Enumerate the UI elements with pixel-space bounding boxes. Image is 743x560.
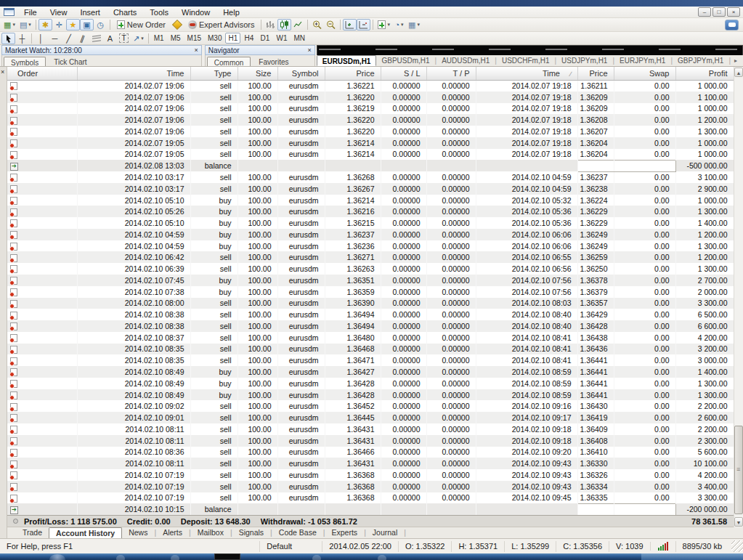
- navigator-toggle[interactable]: ★: [66, 19, 80, 31]
- close-icon[interactable]: ×: [1, 68, 4, 76]
- terminal-tab-experts[interactable]: Experts: [325, 527, 365, 538]
- menu-window[interactable]: Window: [175, 7, 216, 18]
- trendline-button[interactable]: ╱: [62, 33, 76, 44]
- table-row[interactable]: 2014.02.10 08:35sell100.00eurusdm1.36471…: [7, 354, 734, 366]
- table-row[interactable]: 2014.02.10 07:19sell100.00eurusdm1.36368…: [7, 469, 734, 481]
- column-header-order[interactable]: Order: [7, 67, 77, 80]
- column-header-size[interactable]: Size: [237, 67, 277, 80]
- column-header-swap[interactable]: Swap: [614, 67, 675, 80]
- windows-taskbar[interactable]: [0, 553, 743, 560]
- terminal-tab-signals[interactable]: Signals: [232, 527, 270, 538]
- timeframe-w1[interactable]: W1: [273, 33, 290, 44]
- terminal-toggle[interactable]: ▣: [80, 19, 94, 31]
- text-button[interactable]: A: [103, 33, 117, 44]
- timeframe-h1[interactable]: H1: [225, 33, 240, 44]
- chart-tab-eurjpym[interactable]: EURJPYm,H1: [614, 55, 670, 66]
- templates-button[interactable]: ▦▾: [406, 19, 422, 31]
- line-chart-button[interactable]: [291, 19, 305, 31]
- new-chart-button[interactable]: ▦▾: [1, 19, 17, 31]
- profiles-button[interactable]: ▤▾: [17, 19, 33, 31]
- data-window-button[interactable]: ✛: [52, 19, 66, 31]
- table-row[interactable]: 2014.02.10 03:17sell100.00eurusdm1.36268…: [7, 171, 734, 183]
- timeframe-m1[interactable]: M1: [151, 33, 167, 44]
- periods-button[interactable]: ◔▾: [392, 19, 406, 31]
- candlestick-button[interactable]: [277, 19, 291, 31]
- table-row[interactable]: 2014.02.07 19:06sell100.00eurusdm1.36221…: [7, 80, 734, 92]
- timeframe-mn[interactable]: MN: [291, 33, 308, 44]
- menu-help[interactable]: Help: [216, 7, 246, 18]
- table-row[interactable]: 2014.02.10 09:02sell100.00eurusdm1.36452…: [7, 400, 734, 412]
- column-header-symbol[interactable]: Symbol: [277, 67, 325, 80]
- indicators-button[interactable]: ▾: [375, 19, 392, 31]
- table-row[interactable]: 2014.02.10 08:37sell100.00eurusdm1.36480…: [7, 332, 734, 344]
- table-row[interactable]: 2014.02.10 08:11sell100.00eurusdm1.36431…: [7, 435, 734, 447]
- table-row[interactable]: 2014.02.10 08:11sell100.00eurusdm1.36431…: [7, 458, 734, 469]
- taskbar-item[interactable]: [171, 555, 179, 560]
- table-row[interactable]: 2014.02.10 07:19sell100.00eurusdm1.36368…: [7, 492, 734, 504]
- taskbar-tray[interactable]: [641, 553, 743, 560]
- chart-tab-eurusdm[interactable]: EURUSDm,H1: [317, 55, 377, 66]
- scroll-down-icon[interactable]: ▼: [734, 517, 743, 527]
- table-row[interactable]: 2014.02.10 08:49buy100.00eurusdm1.364270…: [7, 366, 734, 378]
- start-orb-icon[interactable]: [49, 554, 65, 560]
- chart-tab-audusdm[interactable]: AUDUSDm,H1: [437, 55, 495, 66]
- table-row[interactable]: 2014.02.10 07:45buy100.00eurusdm1.363510…: [7, 275, 734, 286]
- community-button[interactable]: [725, 20, 739, 31]
- menu-tools[interactable]: Tools: [143, 7, 175, 18]
- arrows-button[interactable]: ↗▾: [131, 33, 146, 44]
- close-icon[interactable]: ×: [195, 46, 198, 54]
- autoscroll-toggle[interactable]: [343, 19, 357, 31]
- expert-advisors-button[interactable]: Expert Advisors: [184, 19, 259, 31]
- horizontal-line-button[interactable]: ─: [48, 33, 62, 44]
- column-header-profit[interactable]: Profit: [675, 67, 734, 80]
- column-header-price[interactable]: Price: [325, 67, 381, 80]
- minimize-button[interactable]: –: [698, 7, 711, 17]
- table-row[interactable]: 2014.02.07 19:05sell100.00eurusdm1.36214…: [7, 149, 734, 161]
- menu-file[interactable]: File: [17, 7, 44, 18]
- market-watch-tab-tick-chart[interactable]: Tick Chart: [47, 57, 93, 66]
- status-profile[interactable]: Default: [259, 541, 322, 552]
- table-row[interactable]: 2014.02.10 04:59buy100.00eurusdm1.362370…: [7, 229, 734, 240]
- restore-button[interactable]: □: [712, 7, 726, 17]
- table-row[interactable]: 2014.02.10 08:00sell100.00eurusdm1.36390…: [7, 298, 734, 309]
- table-row[interactable]: 2014.02.10 06:42sell100.00eurusdm1.36271…: [7, 251, 734, 263]
- taskbar-item[interactable]: [116, 555, 125, 560]
- market-watch-header[interactable]: Market Watch: 10:28:00 ×: [1, 45, 202, 55]
- close-button[interactable]: ×: [727, 7, 740, 17]
- navigator-tab-favorites[interactable]: Favorites: [252, 57, 295, 66]
- timeframe-h4[interactable]: H4: [241, 33, 256, 44]
- scroll-up-icon[interactable]: ▲: [734, 68, 743, 77]
- terminal-tab-code-base[interactable]: Code Base: [272, 527, 323, 538]
- channel-button[interactable]: ∥: [76, 33, 89, 44]
- navigator-tab-common[interactable]: Common: [207, 57, 251, 66]
- column-header-time[interactable]: Time: [77, 67, 190, 80]
- table-row[interactable]: 2014.02.07 19:06sell100.00eurusdm1.36220…: [7, 92, 734, 103]
- table-row[interactable]: 2014.02.10 08:35sell100.00eurusdm1.36468…: [7, 344, 734, 355]
- chart-shift-toggle[interactable]: [357, 19, 370, 31]
- zoom-out-button[interactable]: [324, 19, 338, 31]
- metaeditor-button[interactable]: [170, 19, 184, 31]
- timeframe-m15[interactable]: M15: [184, 33, 204, 44]
- vertical-line-button[interactable]: │: [34, 33, 48, 44]
- taskbar-item[interactable]: [312, 555, 321, 560]
- close-icon[interactable]: ×: [307, 46, 311, 54]
- table-row[interactable]: 2014.02.07 19:05sell100.00eurusdm1.36214…: [7, 137, 734, 149]
- taskbar-active-item[interactable]: [214, 553, 240, 560]
- table-row[interactable]: 2014.02.08 13:03balance-500 000.00: [7, 160, 734, 171]
- menu-view[interactable]: View: [44, 7, 74, 18]
- menu-charts[interactable]: Charts: [107, 7, 143, 18]
- table-row[interactable]: 2014.02.07 19:06sell100.00eurusdm1.36220…: [7, 126, 734, 137]
- cursor-button[interactable]: [1, 33, 15, 44]
- column-header-type[interactable]: Type: [190, 67, 237, 80]
- chart-tab-usdchfm[interactable]: USDCHFm,H1: [497, 55, 555, 66]
- fibonacci-button[interactable]: [89, 33, 103, 44]
- terminal-tab-trade[interactable]: Trade: [16, 527, 49, 538]
- chart-tab-usdjpym[interactable]: USDJPYm,H1: [556, 55, 612, 66]
- table-row[interactable]: 2014.02.10 08:36sell100.00eurusdm1.36466…: [7, 447, 734, 458]
- table-row[interactable]: 2014.02.10 08:49buy100.00eurusdm1.364280…: [7, 378, 734, 389]
- menu-insert[interactable]: Insert: [73, 7, 107, 18]
- bar-chart-button[interactable]: [264, 19, 277, 31]
- chart-tab-gbpjpym[interactable]: GBPJPYm,H1: [673, 55, 728, 66]
- chart-tab-gbpusdm[interactable]: GBPUSDm,H1: [376, 55, 434, 66]
- table-row[interactable]: 2014.02.10 08:38sell100.00eurusdm1.36494…: [7, 320, 734, 332]
